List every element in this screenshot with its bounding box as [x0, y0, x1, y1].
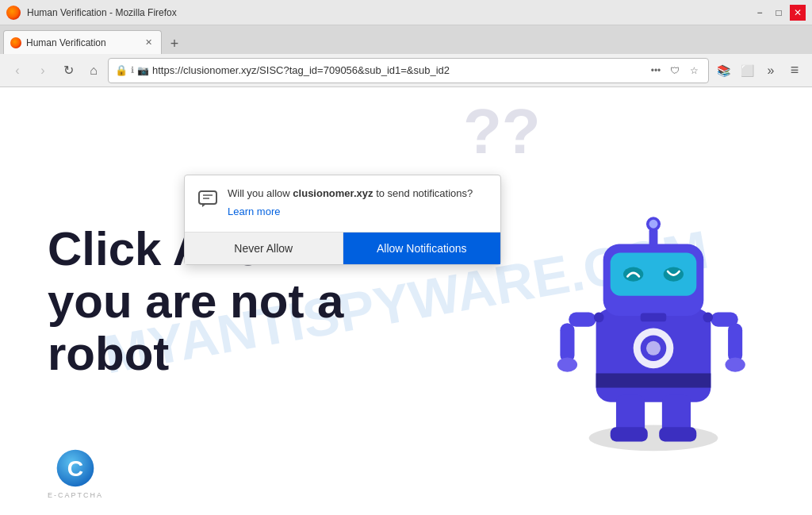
url-text: https://clusionomer.xyz/SISC?tag_id=7090…	[152, 64, 645, 76]
secure-icon: 🔒	[115, 64, 128, 76]
page-content: Will you allow clusionomer.xyz to send n…	[0, 87, 812, 515]
svg-rect-22	[728, 323, 742, 363]
titlebar-controls: − □ ✕	[752, 5, 806, 21]
back-button[interactable]: ‹	[6, 60, 29, 82]
notification-popup: Will you allow clusionomer.xyz to send n…	[184, 175, 501, 265]
svg-rect-27	[659, 427, 696, 441]
home-button[interactable]: ⌂	[82, 60, 105, 82]
firefox-logo-icon	[6, 6, 21, 20]
library-button[interactable]: 📚	[712, 60, 734, 82]
svg-rect-7	[596, 373, 711, 387]
new-tab-button[interactable]: +	[163, 33, 186, 54]
svg-point-13	[623, 267, 643, 281]
menu-button[interactable]: ≡	[783, 60, 806, 82]
tab-label: Human Verification	[26, 37, 106, 48]
svg-point-23	[725, 357, 745, 371]
titlebar: Human Verification - Mozilla Firefox − □…	[0, 0, 812, 25]
svg-point-17	[649, 219, 658, 228]
heading-line3: robot	[48, 328, 463, 380]
svg-text:C: C	[67, 455, 83, 481]
url-bar[interactable]: 🔒 ℹ 📷 https://clusionomer.xyz/SISC?tag_i…	[108, 58, 709, 83]
svg-rect-26	[611, 427, 648, 441]
shield-button[interactable]: 🛡	[667, 63, 683, 79]
tab-close-button[interactable]: ✕	[142, 37, 155, 49]
svg-rect-30	[641, 313, 667, 321]
nav-right-buttons: 📚 ⬜ » ≡	[712, 60, 806, 82]
svg-rect-19	[560, 323, 574, 363]
close-button[interactable]: ✕	[790, 5, 806, 21]
notification-domain: clusionomer.xyz	[293, 187, 373, 199]
active-tab[interactable]: Human Verification ✕	[3, 30, 162, 54]
notification-message: Will you allow clusionomer.xyz to send n…	[228, 186, 473, 201]
svg-point-29	[703, 312, 713, 322]
reload-button[interactable]: ↻	[57, 60, 79, 82]
svg-rect-18	[569, 312, 596, 326]
notification-text-area: Will you allow clusionomer.xyz to send n…	[228, 186, 473, 217]
extensions-button[interactable]: »	[760, 60, 782, 82]
titlebar-left: Human Verification - Mozilla Firefox	[6, 6, 177, 20]
minimize-button[interactable]: −	[752, 5, 768, 21]
heading-line2: you are not a	[48, 275, 463, 328]
notification-chat-icon	[197, 188, 218, 213]
robot-illustration	[527, 151, 780, 452]
captcha-label: E-CAPTCHA	[48, 491, 103, 499]
url-icons: ••• 🛡 ☆	[648, 63, 702, 79]
svg-point-20	[557, 357, 577, 371]
allow-notifications-button[interactable]: Allow Notifications	[343, 233, 501, 264]
robot-area: ??	[511, 87, 812, 515]
page-main: Click Allow if you are not a robot	[0, 87, 812, 515]
bookmark-button[interactable]: ☆	[686, 63, 702, 79]
svg-rect-0	[199, 191, 216, 204]
tab-favicon-icon	[10, 37, 21, 48]
notification-buttons: Never Allow Allow Notifications	[185, 232, 500, 264]
svg-point-10	[646, 340, 661, 355]
tabbar: Human Verification ✕ +	[0, 25, 812, 54]
forward-button[interactable]: ›	[32, 60, 54, 82]
navbar: ‹ › ↻ ⌂ 🔒 ℹ 📷 https://clusionomer.xyz/SI…	[0, 54, 812, 87]
synced-tabs-button[interactable]: ⬜	[736, 60, 758, 82]
captcha-logo: C	[56, 448, 95, 488]
question-marks: ??	[463, 95, 511, 168]
more-url-button[interactable]: •••	[648, 63, 664, 79]
svg-point-28	[594, 312, 604, 322]
info-icon: ℹ	[131, 65, 134, 75]
notification-body: Will you allow clusionomer.xyz to send n…	[185, 175, 500, 224]
learn-more-link[interactable]: Learn more	[228, 206, 473, 217]
window-title: Human Verification - Mozilla Firefox	[27, 7, 177, 18]
svg-point-5	[589, 425, 718, 451]
camera-icon: 📷	[137, 65, 149, 76]
never-allow-button[interactable]: Never Allow	[185, 233, 343, 264]
maximize-button[interactable]: □	[771, 5, 787, 21]
captcha-area: C E-CAPTCHA	[48, 448, 103, 499]
